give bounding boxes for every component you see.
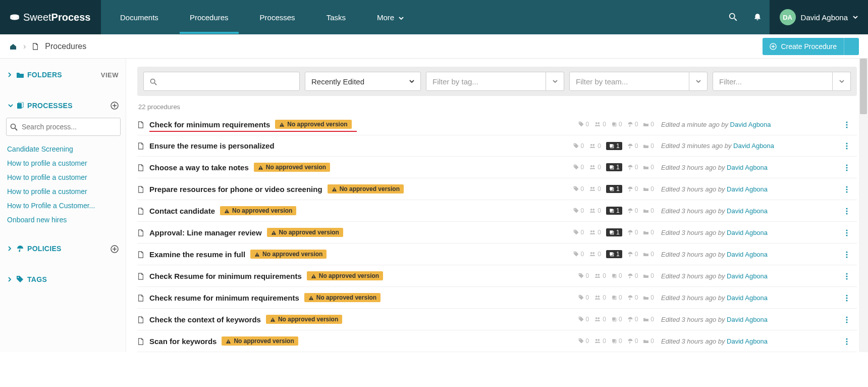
user-menu[interactable]: DA David Agbona xyxy=(770,0,868,34)
row-menu[interactable] xyxy=(840,294,854,302)
users-count: 0 xyxy=(589,229,601,236)
no-approved-badge: No approved version xyxy=(266,315,342,324)
procedure-title[interactable]: Check resume for minimum requirements xyxy=(149,294,299,302)
filter-status[interactable]: Filter... xyxy=(713,72,851,91)
sidebar-item[interactable]: Candidate Screening xyxy=(6,142,121,156)
nav-procedures[interactable]: Procedures xyxy=(190,1,229,34)
sidebar-item[interactable]: How to profile a customer xyxy=(6,170,121,184)
breadcrumb-sep: › xyxy=(23,42,26,51)
search-icon[interactable] xyxy=(721,0,745,34)
row-stats: 0 0 1 0 0 xyxy=(548,185,654,193)
sidebar-view[interactable]: VIEW xyxy=(101,71,119,79)
chevron-down-icon[interactable] xyxy=(689,72,708,91)
procedure-title[interactable]: Check the context of keywords xyxy=(149,315,261,324)
row-menu[interactable] xyxy=(840,337,854,346)
sidebar-tags[interactable]: TAGS xyxy=(6,270,121,288)
filter-tag[interactable]: Filter by tag... xyxy=(426,72,564,91)
procedure-row[interactable]: Scan for keywords No approved version 0 … xyxy=(137,330,857,352)
sidebar-policies[interactable]: POLICIES xyxy=(6,239,121,258)
editor-link[interactable]: David Agbona xyxy=(727,229,768,236)
umbrella-icon xyxy=(16,245,24,253)
scrollbar[interactable] xyxy=(859,59,868,352)
editor-link[interactable]: David Agbona xyxy=(733,142,774,150)
filter-sort[interactable]: Recently Edited xyxy=(305,72,421,91)
nav-more[interactable]: More xyxy=(377,1,404,34)
row-menu[interactable] xyxy=(840,272,854,280)
nav-processes[interactable]: Processes xyxy=(260,1,295,34)
sidebar-item[interactable]: How to profile a customer xyxy=(6,156,121,170)
sidebar-search-input[interactable] xyxy=(6,118,121,136)
procedure-row[interactable]: Ensure the resume is personalized 0 0 1 … xyxy=(137,135,857,157)
row-stats: 0 0 0 0 0 xyxy=(548,316,654,323)
create-procedure-group: Create Procedure xyxy=(763,38,859,55)
row-menu[interactable] xyxy=(840,315,854,324)
create-procedure-caret[interactable] xyxy=(844,38,859,55)
procedure-title[interactable]: Choose a way to take notes xyxy=(149,163,249,172)
sidebar-folders[interactable]: FOLDERS VIEW xyxy=(6,66,121,84)
tag-count: 0 xyxy=(578,337,589,345)
policy-count: 0 xyxy=(627,185,638,192)
editor-link[interactable]: David Agbona xyxy=(727,207,768,215)
nav-documents[interactable]: Documents xyxy=(120,1,158,34)
procedure-title[interactable]: Contact candidate xyxy=(149,207,215,215)
sidebar-item[interactable]: How to profile a customer xyxy=(6,184,121,199)
logo[interactable]: SweetProcess xyxy=(0,0,101,34)
stack-count: 1 xyxy=(606,228,622,236)
editor-link[interactable]: David Agbona xyxy=(727,316,768,323)
procedure-title[interactable]: Check for minimum requirements xyxy=(149,120,270,129)
procedure-row[interactable]: Prepare resources for phone or video scr… xyxy=(137,178,857,200)
row-menu[interactable] xyxy=(840,120,854,128)
procedure-row[interactable]: Contact candidate No approved version 0 … xyxy=(137,200,857,222)
chevron-down-icon[interactable] xyxy=(833,72,851,91)
scrollbar-thumb[interactable] xyxy=(860,59,867,114)
procedure-row[interactable]: Check the context of keywords No approve… xyxy=(137,309,857,330)
procedure-row[interactable]: Check Resume for minimum requirements No… xyxy=(137,265,857,287)
add-policy-icon[interactable] xyxy=(111,244,119,253)
filter-search[interactable] xyxy=(143,72,300,91)
sidebar-item[interactable]: Onboard new hires xyxy=(6,213,121,227)
procedure-title[interactable]: Prepare resources for phone or video scr… xyxy=(149,185,322,194)
procedure-title[interactable]: Check Resume for minimum requirements xyxy=(149,272,302,280)
home-icon[interactable] xyxy=(9,42,17,51)
procedure-row[interactable]: Choose a way to take notes No approved v… xyxy=(137,157,857,178)
nav-tasks[interactable]: Tasks xyxy=(327,1,346,34)
bell-icon[interactable] xyxy=(745,0,770,34)
chevron-right-icon xyxy=(8,277,13,282)
row-menu[interactable] xyxy=(840,250,854,259)
stack-count: 1 xyxy=(606,250,622,258)
row-menu[interactable] xyxy=(840,228,854,237)
editor-link[interactable]: David Agbona xyxy=(727,294,768,302)
search-icon xyxy=(10,122,18,131)
procedure-title[interactable]: Approval: Line manager review xyxy=(149,228,262,237)
editor-link[interactable]: David Agbona xyxy=(727,185,768,193)
row-menu[interactable] xyxy=(840,207,854,215)
procedure-row[interactable]: Approval: Line manager review No approve… xyxy=(137,222,857,244)
procedure-title[interactable]: Scan for keywords xyxy=(149,337,216,346)
editor-link[interactable]: David Agbona xyxy=(727,337,768,345)
stack-count: 1 xyxy=(606,163,622,171)
procedure-title[interactable]: Examine the resume in full xyxy=(149,250,245,259)
sidebar-processes[interactable]: PROCESSES xyxy=(6,96,121,115)
editor-link[interactable]: David Agbona xyxy=(727,251,768,258)
no-approved-badge: No approved version xyxy=(220,206,296,215)
sidebar-item[interactable]: How to Profile a Customer... xyxy=(6,199,121,213)
folder-count: 0 xyxy=(643,229,654,236)
nav-items: Documents Procedures Processes Tasks Mor… xyxy=(101,0,404,34)
policy-count: 0 xyxy=(627,251,638,258)
stack-count: 1 xyxy=(606,142,622,150)
procedure-title[interactable]: Ensure the resume is personalized xyxy=(149,141,275,150)
procedure-row[interactable]: Check resume for minimum requirements No… xyxy=(137,287,857,309)
editor-link[interactable]: David Agbona xyxy=(727,164,768,171)
folder-count: 0 xyxy=(643,121,654,128)
add-process-icon[interactable] xyxy=(111,101,119,110)
editor-link[interactable]: David Agbona xyxy=(727,272,768,280)
editor-link[interactable]: David Agbona xyxy=(730,121,771,128)
filter-team[interactable]: Filter by team... xyxy=(569,72,708,91)
row-menu[interactable] xyxy=(840,185,854,194)
chevron-down-icon[interactable] xyxy=(546,72,564,91)
row-menu[interactable] xyxy=(840,141,854,150)
procedure-row[interactable]: Examine the resume in full No approved v… xyxy=(137,244,857,265)
create-procedure-button[interactable]: Create Procedure xyxy=(763,38,844,55)
procedure-row[interactable]: Check for minimum requirements No approv… xyxy=(137,114,857,135)
row-menu[interactable] xyxy=(840,163,854,172)
